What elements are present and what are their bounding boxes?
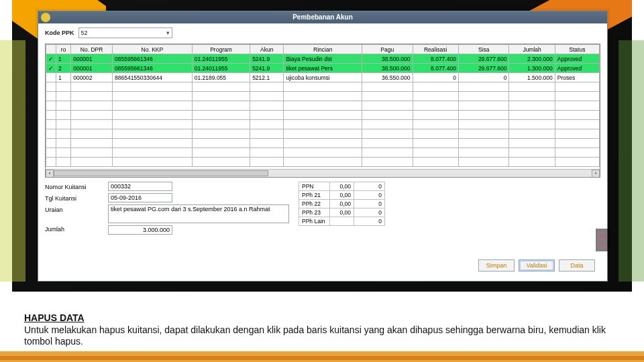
table-row-empty[interactable] (46, 148, 600, 158)
col-header[interactable]: Akun (250, 45, 284, 54)
nomor-kuitansi-label: Nomor Kuitansi (45, 182, 99, 193)
tax-table: PPN0,000PPh 210,000PPh 220,000PPh 230,00… (299, 182, 385, 235)
col-header[interactable] (46, 45, 56, 54)
uraian-textarea[interactable]: tiket pesawat PG.com dari 3 s.September … (108, 204, 289, 223)
app-window: Pembebanan Akun Kode PPK 52 ▾ roNo. DPRN… (38, 11, 608, 282)
col-header[interactable]: Pagu (362, 45, 413, 54)
col-header[interactable]: No. DPR (71, 45, 113, 54)
table-row-empty[interactable] (46, 101, 600, 111)
desc-body: Untuk melakukan hapus kuitansi, dapat di… (24, 324, 606, 347)
col-header[interactable]: Program (192, 45, 250, 54)
horizontal-scrollbar[interactable]: ‹ › (46, 169, 600, 177)
window-titlebar[interactable]: Pembebanan Akun (38, 11, 607, 23)
table-row[interactable]: ✓200000108559566134601.240119555241.9tik… (46, 64, 600, 73)
window-title: Pembebanan Akun (292, 13, 353, 21)
simpan-button[interactable]: Simpan (478, 259, 515, 272)
table-row-empty[interactable] (46, 158, 600, 167)
table-row-empty[interactable] (46, 120, 600, 129)
table-row-empty[interactable] (46, 129, 600, 139)
kode-ppk-value: 52 (81, 29, 88, 36)
jumlah-input[interactable] (108, 225, 172, 235)
nomor-kuitansi-input[interactable] (108, 182, 172, 191)
app-icon (41, 13, 50, 22)
table-row-empty[interactable] (46, 92, 600, 101)
col-header[interactable]: Rincian (284, 45, 362, 54)
col-header[interactable]: ro (56, 45, 71, 54)
decor-side-right (619, 40, 644, 282)
tax-row: PPN0,000 (299, 182, 385, 191)
col-header[interactable]: Realisasi (413, 45, 458, 54)
tgl-kuitansi-input[interactable] (108, 193, 172, 202)
table-row-empty[interactable] (46, 139, 600, 148)
desc-heading: HAPUS DATA (24, 312, 85, 323)
col-header[interactable]: No. KKP (113, 45, 193, 54)
grid-header-row: roNo. DPRNo. KKPProgramAkunRincianPaguRe… (46, 45, 600, 54)
col-header[interactable]: Status (555, 45, 599, 54)
jumlah-label: Jumlah (45, 224, 99, 235)
col-header[interactable]: Sisa (458, 45, 509, 54)
data-grid[interactable]: roNo. DPRNo. KKPProgramAkunRincianPaguRe… (45, 44, 600, 178)
footer-sub-strip (0, 356, 644, 360)
validasi-button[interactable]: Validasi (519, 259, 555, 272)
table-row[interactable]: ✓100000108559566134601.240119555241.9Bia… (46, 54, 600, 64)
chevron-down-icon: ▾ (166, 29, 170, 36)
decor-side-left (0, 40, 25, 282)
tax-row: PPh 210,000 (299, 191, 385, 200)
data-button[interactable]: Data (559, 259, 595, 272)
tax-row: PPh Lain0 (299, 217, 385, 226)
tax-row: PPh 230,000 (299, 208, 385, 217)
table-row[interactable]: 100000288654155033064401.2189.0555212.1u… (46, 73, 600, 82)
description-text: HAPUS DATA Untuk melakukan hapus kuitans… (24, 312, 621, 348)
scroll-right-arrow-icon[interactable]: › (592, 170, 600, 178)
tgl-kuitansi-label: Tgl Kuitansi (45, 193, 99, 204)
kode-ppk-label: Kode PPK (45, 29, 74, 36)
table-row-empty[interactable] (46, 82, 600, 92)
scroll-thumb[interactable] (54, 170, 268, 176)
kode-ppk-select[interactable]: 52 ▾ (78, 27, 172, 38)
uraian-label: Uraian (45, 204, 99, 216)
detail-panel: Nomor Kuitansi Tgl Kuitansi Uraian Jumla… (45, 182, 600, 235)
right-badges: D/AIPKIDA (596, 229, 610, 251)
col-header[interactable]: Jumlah (509, 45, 555, 54)
scroll-left-arrow-icon[interactable]: ‹ (46, 170, 54, 178)
table-row-empty[interactable] (46, 111, 600, 120)
tax-row: PPh 220,000 (299, 200, 385, 208)
